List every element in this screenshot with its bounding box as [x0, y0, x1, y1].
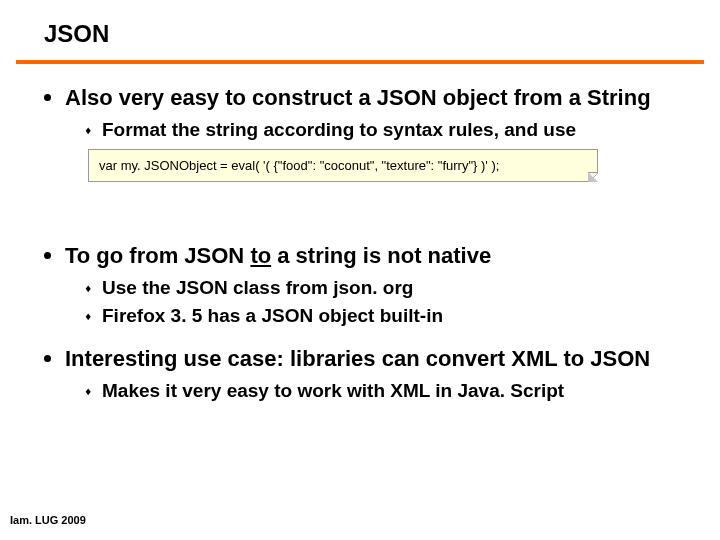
slide: JSON Also very easy to construct a JSON … [0, 0, 720, 540]
spacer [44, 194, 692, 242]
title-divider [16, 60, 704, 64]
diamond-icon: ⬧ [84, 379, 92, 401]
bullet-text: To go from JSON to a string is not nativ… [65, 242, 491, 270]
sub-item: ⬧ Use the JSON class from json. org [84, 276, 692, 300]
sub-item: ⬧ Format the string according to syntax … [84, 118, 692, 142]
code-box: var my. JSONObject = eval( '( {"food": "… [88, 149, 598, 182]
page-curl-icon [588, 172, 598, 182]
bullet-dot-icon [44, 94, 51, 101]
diamond-icon: ⬧ [84, 276, 92, 298]
diamond-icon: ⬧ [84, 118, 92, 140]
slide-content: Also very easy to construct a JSON objec… [0, 84, 720, 403]
bullet-item: Also very easy to construct a JSON objec… [44, 84, 692, 112]
code-text: var my. JSONObject = eval( '( {"food": "… [99, 158, 587, 173]
bullet-dot-icon [44, 252, 51, 259]
sub-list: ⬧ Makes it very easy to work with XML in… [44, 379, 692, 403]
bullet-text: Also very easy to construct a JSON objec… [65, 84, 651, 112]
sub-list: ⬧ Format the string according to syntax … [44, 118, 692, 142]
footer-text: Iam. LUG 2009 [10, 514, 86, 526]
spacer [44, 331, 692, 345]
sub-list: ⬧ Use the JSON class from json. org ⬧ Fi… [44, 276, 692, 328]
diamond-icon: ⬧ [84, 304, 92, 326]
bullet-item: Interesting use case: libraries can conv… [44, 345, 692, 373]
sub-text: Format the string according to syntax ru… [102, 118, 576, 142]
bullet-text: Interesting use case: libraries can conv… [65, 345, 650, 373]
sub-text: Makes it very easy to work with XML in J… [102, 379, 564, 403]
slide-title: JSON [0, 20, 720, 60]
sub-text: Firefox 3. 5 has a JSON object built-in [102, 304, 443, 328]
sub-item: ⬧ Makes it very easy to work with XML in… [84, 379, 692, 403]
sub-item: ⬧ Firefox 3. 5 has a JSON object built-i… [84, 304, 692, 328]
sub-text: Use the JSON class from json. org [102, 276, 413, 300]
bullet-item: To go from JSON to a string is not nativ… [44, 242, 692, 270]
bullet-dot-icon [44, 355, 51, 362]
